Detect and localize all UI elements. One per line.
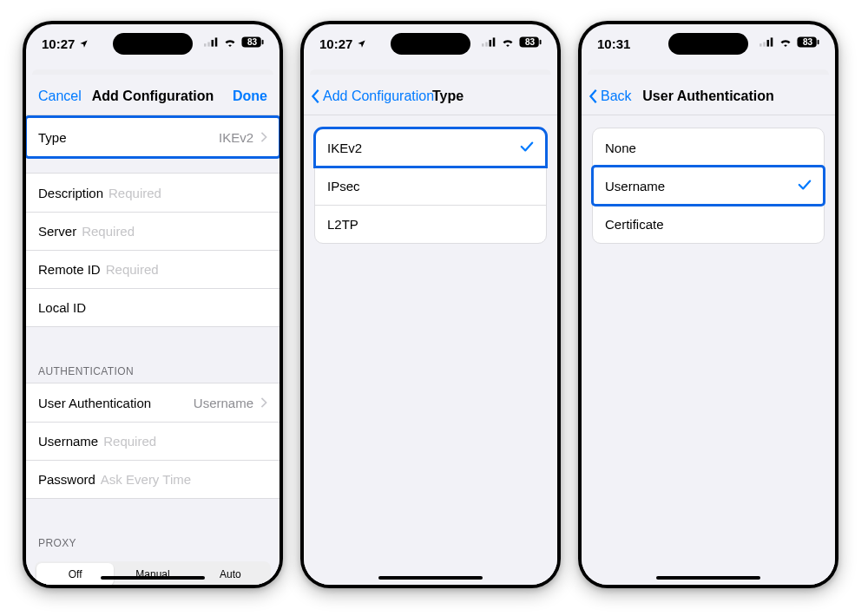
type-row[interactable]: Type IKEv2 [26, 117, 279, 157]
password-field[interactable]: Password Ask Every Time [26, 460, 279, 498]
home-indicator [101, 576, 205, 580]
type-options-list: IKEv2 IPsec L2TP [304, 115, 557, 585]
back-button[interactable]: Add Configuration [304, 77, 446, 115]
phone-1: 10:27 83 Cancel Add Configuration Done [23, 21, 283, 588]
wifi-icon [223, 37, 237, 47]
chevron-left-icon [589, 88, 599, 104]
svg-rect-13 [763, 43, 766, 47]
chevron-right-icon [260, 396, 267, 410]
location-icon [79, 39, 89, 49]
auth-options-list: None Username Certificate [582, 115, 835, 585]
battery-text: 83 [519, 37, 541, 47]
svg-rect-6 [482, 43, 484, 46]
server-field[interactable]: Server Required [26, 212, 279, 250]
clock: 10:27 [319, 36, 352, 51]
option-none[interactable]: None [593, 128, 824, 167]
clock: 10:31 [597, 36, 630, 51]
sheet-behind-peek [588, 69, 829, 75]
phone-2: 10:27 83 Add Configuration Type [300, 21, 561, 588]
cellular-icon [760, 37, 774, 47]
option-ikev2[interactable]: IKEv2 [315, 128, 546, 167]
type-label: Type [38, 130, 67, 145]
svg-rect-9 [493, 37, 496, 46]
auth-group: User Authentication Username Username Re… [26, 383, 279, 499]
option-ipsec[interactable]: IPsec [315, 167, 546, 205]
battery-icon: 83 [241, 36, 264, 48]
option-username[interactable]: Username [593, 167, 824, 205]
nav-bar: Back User Authentication [582, 77, 835, 115]
nav-bar: Cancel Add Configuration Done [26, 77, 279, 115]
svg-rect-15 [771, 37, 773, 46]
sheet: Back User Authentication None Username [582, 77, 835, 585]
cellular-icon [204, 37, 219, 47]
phone-3: 10:31 83 Back User Authentication [578, 21, 838, 588]
screen-2: 10:27 83 Add Configuration Type [304, 24, 557, 585]
sheet: Cancel Add Configuration Done Type IKEv2 [26, 77, 279, 585]
screen-3: 10:31 83 Back User Authentication [582, 24, 835, 585]
page-title: Type [432, 77, 464, 115]
svg-rect-7 [485, 43, 488, 47]
auth-header: AUTHENTICATION [26, 348, 279, 383]
svg-rect-2 [212, 40, 214, 47]
battery-text: 83 [797, 37, 819, 47]
sheet: Add Configuration Type IKEv2 IPsec [304, 77, 557, 585]
proxy-header: PROXY [26, 520, 279, 554]
location-icon [357, 39, 366, 49]
chevron-right-icon [260, 130, 267, 145]
username-field[interactable]: Username Required [26, 422, 279, 460]
remote-id-field[interactable]: Remote ID Required [26, 250, 279, 288]
clock: 10:27 [42, 36, 75, 51]
local-id-field[interactable]: Local ID [26, 288, 279, 326]
cancel-button[interactable]: Cancel [26, 77, 94, 115]
home-indicator [656, 576, 760, 580]
svg-rect-12 [760, 43, 762, 46]
done-button[interactable]: Done [220, 77, 279, 115]
dynamic-island [391, 33, 470, 55]
description-field[interactable]: Description Required [26, 174, 279, 212]
nav-bar: Add Configuration Type [304, 77, 557, 115]
page-title: Add Configuration [92, 88, 214, 103]
proxy-segmented-control[interactable]: Off Manual Auto [35, 561, 271, 585]
chevron-left-icon [311, 88, 321, 104]
svg-rect-1 [207, 43, 210, 47]
wifi-icon [501, 37, 515, 47]
seg-manual[interactable]: Manual [114, 563, 191, 585]
sheet-behind-peek [32, 69, 273, 75]
screen-1: 10:27 83 Cancel Add Configuration Done [26, 24, 279, 585]
seg-auto[interactable]: Auto [192, 563, 269, 585]
checkmark-icon [520, 141, 534, 155]
dynamic-island [113, 33, 193, 55]
battery-icon: 83 [797, 36, 819, 48]
type-value: IKEv2 [219, 130, 257, 145]
svg-rect-8 [490, 40, 492, 47]
battery-icon: 83 [519, 36, 542, 48]
page-title: User Authentication [642, 88, 773, 103]
battery-text: 83 [241, 37, 263, 47]
home-indicator [378, 576, 483, 580]
user-auth-row[interactable]: User Authentication Username [26, 383, 279, 422]
cellular-icon [482, 37, 496, 47]
connection-group: Description Required Server Required Rem… [26, 173, 279, 327]
wifi-icon [779, 37, 792, 47]
option-certificate[interactable]: Certificate [593, 205, 824, 243]
checkmark-icon [798, 179, 812, 193]
dynamic-island [668, 33, 748, 55]
sheet-behind-peek [310, 69, 551, 75]
back-button[interactable]: Back [582, 77, 644, 115]
svg-rect-14 [767, 40, 770, 47]
svg-rect-0 [204, 43, 207, 46]
option-l2tp[interactable]: L2TP [315, 205, 546, 243]
svg-rect-3 [215, 37, 218, 46]
seg-off[interactable]: Off [36, 563, 114, 585]
